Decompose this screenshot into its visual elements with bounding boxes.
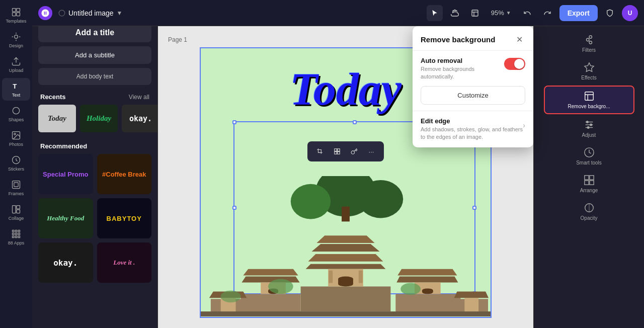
svg-rect-10	[13, 181, 20, 189]
user-avatar[interactable]: U	[622, 5, 638, 21]
svg-marker-41	[316, 235, 374, 243]
svg-rect-62	[201, 311, 491, 316]
zoom-control[interactable]: 95% ▼	[487, 7, 515, 19]
svg-rect-3	[17, 13, 20, 16]
ctx-grid-button[interactable]	[330, 144, 345, 158]
svg-rect-29	[338, 149, 340, 151]
rec-item-healthy-food[interactable]: Healthy Food	[38, 198, 93, 238]
ctx-crop-button[interactable]	[312, 144, 328, 158]
context-toolbar: ···	[307, 141, 384, 161]
rec-item-special-promo[interactable]: Special Promo	[38, 154, 93, 194]
customize-button[interactable]: Customize	[421, 86, 525, 105]
opacity-tool[interactable]: Opacity	[544, 198, 634, 225]
auto-removal-toggle[interactable]	[504, 58, 525, 70]
auto-removal-section: Auto removal Remove backgrounds automati…	[413, 51, 533, 111]
layout-tool-button[interactable]	[467, 5, 483, 21]
undo-button[interactable]	[519, 5, 535, 21]
sidebar-item-frames[interactable]: Frames	[2, 177, 30, 199]
ctx-replace-button[interactable]	[347, 144, 362, 158]
svg-rect-46	[240, 294, 300, 314]
view-all-link[interactable]: View all	[129, 94, 149, 101]
remove-bg-popup: Remove background ✕ Auto removal Remove …	[413, 26, 533, 147]
sidebar: Templates Design Upload T Text Shapes Ph…	[0, 0, 32, 328]
sidebar-item-collage[interactable]: Collage	[2, 201, 30, 224]
recommended-label: Recommended	[32, 138, 157, 154]
redo-button[interactable]	[539, 5, 555, 21]
recommended-grid: Special Promo #Coffee Break Healthy Food…	[32, 154, 157, 287]
svg-rect-17	[18, 230, 20, 232]
recents-scroll: Today Holiday okay. ›	[32, 105, 157, 138]
svg-rect-55	[422, 288, 433, 294]
document-name[interactable]: Untitled image ▼	[58, 9, 122, 17]
sidebar-item-label: Text	[12, 93, 21, 98]
svg-rect-14	[17, 210, 20, 213]
svg-marker-47	[242, 277, 299, 283]
recent-item-okay[interactable]: okay.	[122, 105, 157, 132]
sidebar-item-upload[interactable]: Upload	[2, 53, 30, 76]
effects-label: Effects	[581, 75, 596, 80]
adjust-tool[interactable]: Adjust	[544, 115, 634, 142]
sidebar-item-text[interactable]: T Text	[2, 78, 30, 101]
zoom-chevron-icon: ▼	[506, 10, 511, 16]
svg-point-6	[13, 107, 19, 114]
svg-rect-20	[18, 233, 20, 234]
recent-item-today[interactable]: Today	[38, 105, 76, 132]
rec-item-babytoy[interactable]: BABYTOY	[97, 198, 152, 238]
svg-rect-2	[13, 13, 16, 16]
sidebar-item-label: Shapes	[9, 117, 24, 122]
text-panel: Text Add a title Add a subtitle Add body…	[32, 0, 158, 328]
add-body-button[interactable]: Add body text	[38, 68, 151, 85]
svg-rect-18	[13, 233, 14, 234]
document-name-chevron: ▼	[117, 10, 123, 17]
select-tool-button[interactable]	[427, 5, 443, 21]
right-tools-panel: Filters Effects Remove backgro... Adjust…	[533, 26, 644, 328]
arrange-tool[interactable]: Arrange	[544, 171, 634, 197]
auto-removal-info: Auto removal Remove backgrounds automati…	[421, 57, 504, 81]
topbar-tools: 95% ▼ Export U	[427, 5, 638, 21]
export-button[interactable]: Export	[559, 5, 598, 21]
handle-top-middle[interactable]	[353, 120, 357, 124]
popup-close-button[interactable]: ✕	[513, 33, 525, 45]
sidebar-item-stickers[interactable]: Stickers	[2, 152, 30, 175]
svg-rect-77	[589, 176, 593, 180]
rec-item-coffee-break[interactable]: #Coffee Break	[97, 154, 152, 194]
svg-rect-19	[15, 233, 17, 234]
shield-icon-button[interactable]	[602, 5, 618, 21]
svg-rect-23	[18, 236, 20, 237]
recent-item-holiday[interactable]: Holiday	[80, 105, 118, 132]
sidebar-item-design[interactable]: Design	[2, 29, 30, 51]
svg-point-4	[15, 35, 18, 39]
effects-tool[interactable]: Effects	[544, 58, 634, 85]
svg-marker-53	[397, 269, 457, 276]
sidebar-item-photos[interactable]: Photos	[2, 127, 30, 150]
pan-tool-button[interactable]	[447, 5, 463, 21]
svg-rect-16	[15, 230, 17, 232]
sidebar-item-label: Photos	[9, 142, 23, 147]
remove-bg-tool[interactable]: Remove backgro...	[544, 86, 634, 114]
handle-top-left[interactable]	[232, 120, 236, 124]
svg-point-8	[14, 133, 16, 135]
rec-item-love-it[interactable]: Love it .	[97, 242, 152, 283]
popup-header: Remove background ✕	[413, 26, 533, 51]
sidebar-item-shapes[interactable]: Shapes	[2, 103, 30, 125]
add-subtitle-button[interactable]: Add a subtitle	[38, 46, 151, 64]
smart-tools-tool[interactable]: Smart tools	[544, 143, 634, 170]
opacity-label: Opacity	[581, 215, 598, 221]
svg-point-73	[586, 121, 588, 123]
filters-tool[interactable]: Filters	[544, 30, 634, 57]
ctx-more-button[interactable]: ···	[364, 144, 379, 158]
sidebar-item-apps[interactable]: 88 Apps	[2, 226, 30, 249]
building-image[interactable]	[201, 176, 491, 317]
sidebar-item-label: Frames	[9, 191, 24, 196]
svg-rect-31	[338, 152, 340, 154]
sidebar-item-templates[interactable]: Templates	[2, 4, 30, 27]
svg-rect-51	[395, 294, 460, 314]
rec-item-okay2[interactable]: okay.	[38, 242, 93, 283]
svg-point-34	[291, 184, 331, 219]
edit-edge-row[interactable]: Edit edge Add shadows, strokes, glow, an…	[413, 111, 533, 147]
svg-point-67	[589, 36, 592, 39]
svg-rect-30	[335, 152, 337, 154]
app-logo	[38, 6, 52, 20]
svg-point-74	[590, 124, 592, 126]
svg-marker-39	[308, 254, 383, 262]
